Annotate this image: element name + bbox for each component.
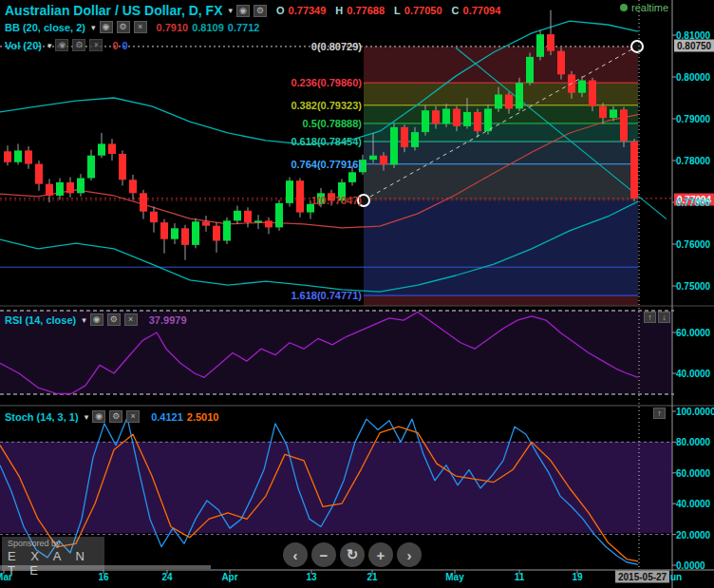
vol-indicator-label[interactable]: Vol (20) bbox=[5, 40, 42, 51]
stoch-indicator-label[interactable]: Stoch (14, 3, 1) bbox=[5, 411, 79, 423]
candle[interactable] bbox=[453, 108, 460, 125]
candle[interactable] bbox=[213, 226, 220, 241]
candle[interactable] bbox=[140, 193, 147, 211]
zoom-out-button[interactable]: − bbox=[311, 542, 336, 567]
candle[interactable] bbox=[87, 156, 95, 179]
candle[interactable] bbox=[463, 112, 471, 126]
candle[interactable] bbox=[369, 156, 377, 160]
candle[interactable] bbox=[484, 108, 492, 131]
candle[interactable] bbox=[589, 81, 596, 106]
candle[interactable] bbox=[536, 34, 544, 57]
candle[interactable] bbox=[578, 81, 586, 93]
gear-icon[interactable]: ⚙ bbox=[107, 313, 121, 326]
candle[interactable] bbox=[401, 127, 408, 147]
candle[interactable] bbox=[610, 109, 617, 118]
candle[interactable] bbox=[25, 150, 32, 163]
candle[interactable] bbox=[557, 51, 565, 75]
candle[interactable] bbox=[630, 142, 638, 199]
scroll-right-button[interactable]: › bbox=[397, 542, 422, 567]
gear-icon[interactable]: ⚙ bbox=[254, 5, 267, 17]
time-tick-label: 24 bbox=[161, 572, 172, 582]
candle[interactable] bbox=[505, 94, 513, 108]
candle[interactable] bbox=[181, 228, 189, 245]
candle[interactable] bbox=[56, 182, 64, 196]
candle[interactable] bbox=[234, 211, 241, 221]
candle[interactable] bbox=[223, 220, 231, 240]
candle[interactable] bbox=[244, 211, 252, 222]
candle[interactable] bbox=[380, 156, 387, 165]
scroll-left-button[interactable]: ‹ bbox=[283, 542, 308, 567]
gear-icon[interactable]: ⚙ bbox=[117, 21, 130, 33]
pane-move-down-button[interactable]: ↓ bbox=[658, 312, 670, 323]
close-icon[interactable]: × bbox=[134, 21, 147, 33]
candle[interactable] bbox=[474, 112, 481, 131]
eye-icon[interactable]: ◉ bbox=[92, 410, 105, 423]
pane-move-up-button[interactable]: ↑ bbox=[644, 312, 656, 323]
fib-level-label[interactable]: 0.764(0.77916) bbox=[291, 159, 362, 170]
vol-value-2: 0 bbox=[122, 40, 128, 51]
candle[interactable] bbox=[202, 221, 210, 225]
close-icon[interactable]: × bbox=[124, 313, 138, 326]
candle[interactable] bbox=[390, 127, 398, 165]
candle[interactable] bbox=[422, 110, 429, 132]
candle[interactable] bbox=[348, 172, 356, 182]
pane-move-up-button[interactable]: ↑ bbox=[653, 408, 666, 419]
vol-dropdown-icon[interactable]: ▾ bbox=[47, 41, 52, 50]
gear-icon[interactable]: ⚙ bbox=[72, 39, 85, 51]
candle[interactable] bbox=[411, 132, 419, 147]
fib-level-label[interactable]: 1(0.77047) bbox=[311, 195, 362, 206]
candle[interactable] bbox=[620, 109, 628, 141]
eye-icon[interactable]: ◉ bbox=[55, 39, 68, 51]
fib-level-label[interactable]: 0.5(0.78888) bbox=[303, 118, 362, 129]
fib-level-label[interactable]: 1.618(0.74771) bbox=[291, 290, 362, 301]
fib-level-label[interactable]: 0.382(0.79323) bbox=[291, 100, 362, 111]
rsi-indicator-label[interactable]: RSI (14, close) bbox=[5, 314, 76, 326]
rsi-dropdown-icon[interactable]: ▾ bbox=[82, 315, 86, 325]
eye-icon[interactable]: ◉ bbox=[90, 313, 103, 326]
time-tick-label: 19 bbox=[572, 572, 582, 582]
candle[interactable] bbox=[150, 212, 158, 222]
candle[interactable] bbox=[98, 143, 105, 155]
candle[interactable] bbox=[442, 108, 450, 123]
candle[interactable] bbox=[77, 178, 85, 193]
candle[interactable] bbox=[192, 221, 199, 245]
fib-price-badge: 0.80750 bbox=[674, 40, 714, 52]
candle[interactable] bbox=[275, 203, 283, 228]
candle[interactable] bbox=[46, 184, 53, 196]
symbol-dropdown-icon[interactable]: ▾ bbox=[229, 6, 234, 15]
candle[interactable] bbox=[108, 143, 116, 154]
stoch-dropdown-icon[interactable]: ▾ bbox=[85, 412, 89, 422]
candle[interactable] bbox=[129, 180, 137, 193]
fib-level-label[interactable]: 0.236(0.79860) bbox=[291, 77, 362, 88]
bb-dropdown-icon[interactable]: ▾ bbox=[91, 23, 96, 32]
candle[interactable] bbox=[296, 180, 304, 212]
fib-level-label[interactable]: 0(0.80729) bbox=[311, 41, 362, 52]
fib-handle[interactable] bbox=[631, 41, 643, 52]
eye-icon[interactable]: ◉ bbox=[236, 5, 250, 17]
candle[interactable] bbox=[526, 57, 534, 83]
zoom-in-button[interactable]: + bbox=[368, 542, 393, 567]
reset-view-button[interactable]: ↻ bbox=[340, 542, 365, 567]
candle[interactable] bbox=[66, 182, 74, 193]
eye-icon[interactable]: ◉ bbox=[100, 21, 113, 33]
symbol-title[interactable]: Australian Dollar / US Dollar, D, FX bbox=[5, 3, 223, 18]
candle[interactable] bbox=[432, 110, 440, 123]
candle[interactable] bbox=[35, 164, 43, 184]
candle[interactable] bbox=[265, 220, 272, 227]
candle[interactable] bbox=[286, 180, 293, 203]
close-icon[interactable]: × bbox=[126, 410, 140, 423]
gear-icon[interactable]: ⚙ bbox=[109, 410, 122, 423]
bb-indicator-label[interactable]: BB (20, close, 2) bbox=[5, 22, 85, 33]
close-icon[interactable]: × bbox=[89, 39, 103, 51]
candle[interactable] bbox=[119, 154, 126, 180]
candle[interactable] bbox=[171, 228, 178, 238]
candle[interactable] bbox=[4, 151, 11, 161]
candle[interactable] bbox=[547, 34, 554, 51]
candle[interactable] bbox=[599, 106, 607, 118]
fib-level-label[interactable]: 0.618(0.78454) bbox=[291, 136, 362, 147]
candle[interactable] bbox=[14, 150, 22, 161]
candle[interactable] bbox=[254, 220, 262, 222]
candle[interactable] bbox=[495, 94, 502, 108]
candle[interactable] bbox=[160, 222, 168, 239]
candle[interactable] bbox=[516, 83, 523, 108]
